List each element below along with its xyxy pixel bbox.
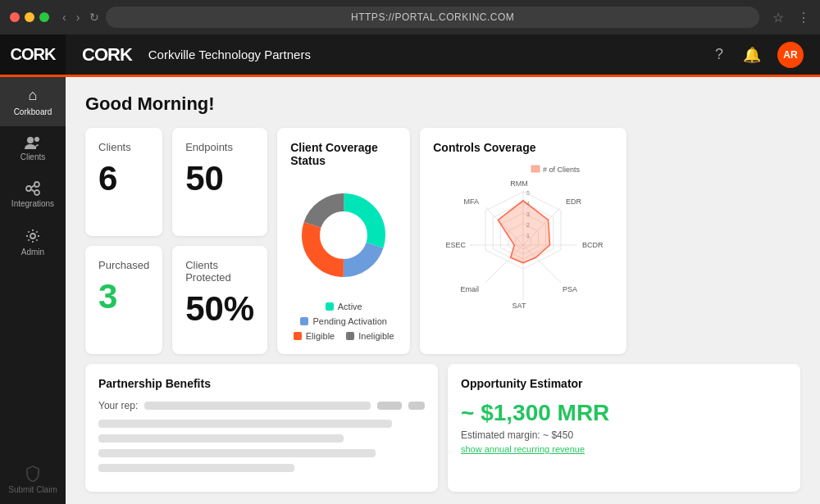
browser-menu-icon[interactable]: ⋮ — [797, 10, 810, 25]
active-legend-label: Active — [338, 302, 362, 311]
esec-label: ESEC — [446, 241, 467, 249]
partnership-title: Partnership Benefits — [98, 377, 425, 390]
content-area: Good Morning! Clients 6 Endpoints 50 Pur… — [66, 77, 820, 504]
clients-protected-label: Clients Protected — [185, 259, 254, 284]
radar-data-polygon — [499, 201, 550, 263]
close-window-button[interactable] — [10, 12, 20, 22]
eligible-legend-dot — [294, 332, 302, 340]
legend-pending: Pending Activation — [300, 316, 387, 326]
svg-text:3: 3 — [526, 211, 530, 217]
integrations-label: Integrations — [11, 199, 54, 208]
active-legend-dot — [326, 302, 334, 311]
app-container: CORK ⌂ Corkboard Clients — [0, 34, 820, 504]
svg-text:4: 4 — [526, 201, 530, 207]
svg-text:1: 1 — [526, 233, 530, 238]
coverage-legend: Active Pending Activation Eligible — [290, 302, 397, 341]
home-icon: ⌂ — [29, 87, 38, 104]
browser-nav: ‹ › — [59, 9, 83, 25]
rep-label: Your rep: — [98, 400, 138, 411]
clients-card-label: Clients — [98, 141, 149, 153]
purchased-card: Purchased 3 — [85, 246, 162, 354]
clients-card-value: 6 — [98, 160, 149, 198]
svg-point-7 — [30, 234, 35, 238]
legend-ineligible: Ineligible — [346, 331, 394, 341]
radar-chart: # of Clients — [433, 159, 613, 323]
eligible-legend-label: Eligible — [306, 331, 335, 341]
donut-chart-container — [290, 175, 397, 295]
minimize-window-button[interactable] — [25, 12, 34, 22]
svg-point-3 — [34, 182, 39, 187]
sidebar-item-integrations[interactable]: Integrations — [0, 171, 66, 218]
ineligible-legend-label: Ineligible — [358, 331, 394, 341]
admin-label: Admin — [21, 247, 44, 257]
client-coverage-card: Client Coverage Status — [277, 128, 410, 354]
bottom-row: Partnership Benefits Your rep: Opportuni… — [85, 364, 800, 492]
opportunity-mrr-value: ~ $1,300 MRR — [461, 400, 787, 426]
endpoints-card: Endpoints 50 — [172, 128, 267, 236]
opportunity-margin: Estimated margin: ~ $450 — [461, 429, 787, 441]
topbar-logo: CORK — [82, 44, 132, 66]
maximize-window-button[interactable] — [39, 12, 49, 22]
forward-button[interactable]: › — [73, 9, 84, 25]
psa-label: PSA — [563, 285, 577, 293]
purchased-card-value: 3 — [98, 278, 149, 316]
svg-point-2 — [26, 186, 31, 191]
coverage-title: Client Coverage Status — [290, 141, 397, 167]
admin-icon — [25, 228, 41, 244]
refresh-button[interactable]: ↻ — [89, 11, 99, 24]
page-title: Good Morning! — [85, 93, 800, 115]
topbar: CORK Corkville Technology Partners ? 🔔 A… — [66, 34, 820, 77]
top-cards-row: Clients 6 Endpoints 50 Purchased 3 Clien… — [85, 128, 800, 354]
mfa-label: MFA — [464, 198, 480, 206]
url-bar[interactable]: HTTPS://PORTAL.CORKINC.COM — [106, 7, 759, 28]
sidebar-header: CORK — [0, 34, 66, 77]
donut-chart — [290, 182, 397, 288]
company-name: Corkville Technology Partners — [148, 48, 311, 61]
url-text: HTTPS://PORTAL.CORKINC.COM — [351, 11, 514, 23]
email-label: Email — [461, 285, 480, 293]
legend-eligible: Eligible — [294, 331, 335, 341]
main-area: CORK Corkville Technology Partners ? 🔔 A… — [66, 34, 820, 504]
svg-line-5 — [31, 185, 34, 188]
user-avatar[interactable]: AR — [777, 42, 804, 68]
clients-icon — [25, 136, 41, 149]
corkboard-label: Corkboard — [14, 107, 52, 116]
svg-text:5: 5 — [526, 190, 530, 196]
radar-legend-text: # of Clients — [543, 166, 581, 174]
svg-point-1 — [34, 137, 39, 142]
placeholder-line-1 — [98, 420, 392, 428]
notifications-icon[interactable]: 🔔 — [743, 46, 761, 64]
back-button[interactable]: ‹ — [59, 9, 70, 25]
controls-coverage-card: Controls Coverage # of Clients — [420, 128, 626, 354]
placeholder-line-4 — [98, 464, 294, 472]
opportunity-title: Opportunity Estimator — [461, 377, 787, 390]
radar-legend-swatch — [531, 166, 540, 172]
clients-protected-card: Clients Protected 50% — [172, 246, 267, 354]
ineligible-legend-dot — [346, 332, 354, 340]
svg-line-6 — [31, 189, 34, 192]
opportunity-link[interactable]: show annual recurring revenue — [461, 444, 787, 454]
submit-claim-label: Submit Claim — [8, 485, 57, 494]
sidebar-item-admin[interactable]: Admin — [0, 218, 66, 266]
svg-text:2: 2 — [526, 222, 530, 228]
placeholder-line-3 — [98, 449, 376, 457]
sidebar-item-clients[interactable]: Clients — [0, 126, 66, 171]
bookmark-icon[interactable]: ☆ — [772, 10, 784, 25]
rep-placeholder-bar3 — [408, 402, 425, 410]
endpoints-card-label: Endpoints — [185, 141, 254, 153]
sat-label: SAT — [512, 302, 526, 310]
sidebar-item-corkboard[interactable]: ⌂ Corkboard — [0, 77, 66, 126]
rep-placeholder-bar2 — [377, 402, 402, 410]
rep-placeholder-bar — [144, 402, 371, 410]
sidebar-logo: CORK — [11, 45, 56, 64]
opportunity-estimator-card: Opportunity Estimator ~ $1,300 MRR Estim… — [448, 364, 800, 492]
help-icon[interactable]: ? — [715, 46, 723, 63]
clients-card: Clients 6 — [85, 128, 162, 236]
pending-legend-dot — [300, 317, 308, 325]
donut-hole — [321, 212, 367, 258]
stats-grid: Clients 6 Endpoints 50 Purchased 3 Clien… — [85, 128, 267, 354]
purchased-card-label: Purchased — [98, 259, 149, 271]
endpoints-card-value: 50 — [185, 160, 254, 198]
sidebar-item-submit-claim[interactable]: Submit Claim — [0, 456, 66, 504]
sidebar-bottom: Submit Claim — [0, 456, 66, 504]
